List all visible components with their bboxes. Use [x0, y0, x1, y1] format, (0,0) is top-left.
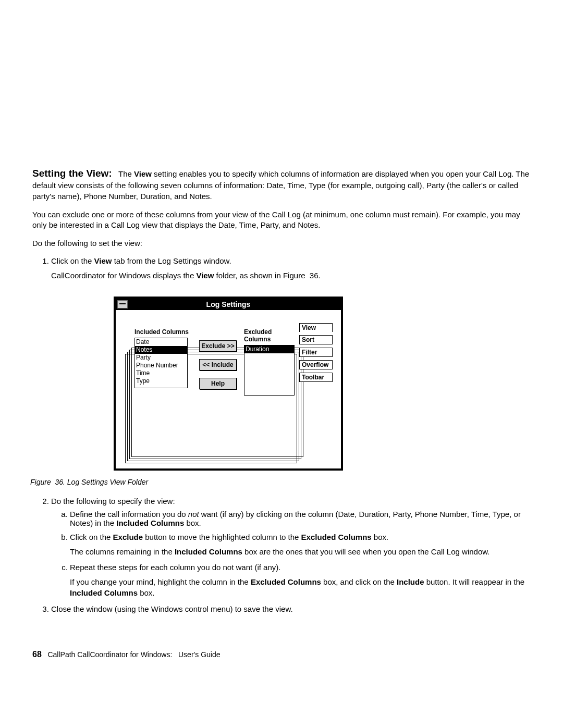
exclude-paragraph: You can exclude one or more of these col… [32, 209, 531, 231]
log-settings-window: Log Settings Included Columns Date Notes [114, 297, 343, 471]
included-columns-label: Included Columns [134, 328, 189, 336]
window-title: Log Settings [206, 300, 251, 309]
help-button[interactable]: Help [199, 378, 237, 389]
do-following: Do the following to set the view: [32, 238, 531, 249]
step-2a: Define the call information you do not w… [70, 510, 531, 527]
tab-view[interactable]: View [299, 323, 333, 332]
main-steps: Click on the View tab from the Log Setti… [32, 256, 531, 614]
excluded-columns-label: Excluded Columns [244, 328, 299, 343]
step-2b: Click on the Exclude button to move the … [70, 533, 531, 558]
list-item[interactable]: Time [135, 369, 187, 377]
list-item[interactable]: Party [135, 354, 187, 362]
included-columns-listbox[interactable]: Date Notes Party Phone Number Time Type [134, 338, 188, 388]
figure-36-screenshot: Log Settings Included Columns Date Notes [114, 297, 343, 471]
control-menu-icon[interactable] [117, 300, 128, 309]
step-2: Do the following to specify the view: De… [51, 497, 531, 598]
include-button[interactable]: << Include [199, 359, 237, 371]
page-number: 68 [32, 650, 42, 659]
tab-overflow[interactable]: Overflow [299, 360, 333, 369]
figure-caption: Figure 36. Log Settings View Folder [30, 478, 531, 486]
section-title: Setting the View: [32, 168, 112, 179]
footer-text: CallPath CallCoordinator for Windows: Us… [42, 650, 221, 659]
step-1-result: CallCoordinator for Windows displays the… [51, 270, 531, 281]
step-3: Close the window (using the Windows cont… [51, 604, 531, 613]
step-1: Click on the View tab from the Log Setti… [51, 256, 531, 487]
tab-toolbar[interactable]: Toolbar [299, 373, 333, 382]
excluded-columns-listbox[interactable]: Duration [244, 345, 295, 396]
tab-filter[interactable]: Filter [299, 348, 333, 357]
tab-sort[interactable]: Sort [299, 335, 333, 344]
list-item[interactable]: Type [135, 377, 187, 385]
list-item[interactable]: Date [135, 338, 187, 346]
window-titlebar: Log Settings [116, 299, 341, 310]
exclude-button[interactable]: Exclude >> [199, 340, 237, 352]
list-item[interactable]: Notes [135, 346, 187, 354]
list-item[interactable]: Phone Number [135, 362, 187, 369]
list-item[interactable]: Duration [244, 346, 294, 353]
page-footer: 68 CallPath CallCoordinator for Windows:… [32, 650, 531, 659]
intro-paragraph: Setting the View: The View setting enabl… [32, 167, 531, 202]
step-2c: Repeat these steps for each column you d… [70, 563, 531, 598]
